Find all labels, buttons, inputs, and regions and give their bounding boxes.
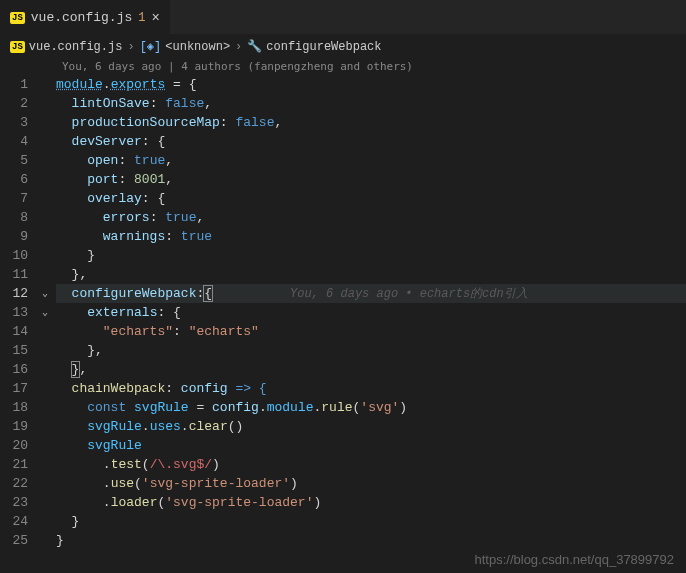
gutter: 1234567891011121314151617181920212223242…: [0, 75, 42, 550]
code-content[interactable]: module.exports = { lintOnSave: false, pr…: [56, 75, 686, 550]
breadcrumb-segment[interactable]: 🔧 configureWebpack: [247, 39, 381, 54]
close-icon[interactable]: ×: [151, 10, 159, 26]
active-line: configureWebpack:{ You, 6 days ago • ech…: [56, 284, 686, 303]
inline-blame: You, 6 days ago • echarts的cdn引入: [290, 287, 528, 301]
watermark: https://blog.csdn.net/qq_37899792: [475, 552, 675, 567]
breadcrumb-file[interactable]: JS vue.config.js: [10, 40, 122, 54]
js-icon: JS: [10, 12, 25, 24]
breadcrumb-label: <unknown>: [165, 40, 230, 54]
tab-name: vue.config.js: [31, 10, 132, 25]
tab-bar: JS vue.config.js 1 ×: [0, 0, 686, 35]
code-editor[interactable]: 1234567891011121314151617181920212223242…: [0, 75, 686, 550]
chevron-down-icon[interactable]: ⌄: [42, 284, 48, 303]
wrench-icon: 🔧: [247, 39, 262, 54]
tab-modified-indicator: 1: [138, 11, 145, 25]
breadcrumb-label: configureWebpack: [266, 40, 381, 54]
breadcrumb-file-label: vue.config.js: [29, 40, 123, 54]
chevron-down-icon[interactable]: ⌄: [42, 303, 48, 322]
breadcrumb-segment[interactable]: [◈] <unknown>: [140, 39, 230, 54]
breadcrumb: JS vue.config.js › [◈] <unknown> › 🔧 con…: [0, 35, 686, 58]
js-icon: JS: [10, 41, 25, 53]
codelens[interactable]: You, 6 days ago | 4 authors (fanpengzhen…: [0, 58, 686, 75]
file-tab[interactable]: JS vue.config.js 1 ×: [0, 0, 170, 34]
cube-icon: [◈]: [140, 39, 162, 54]
chevron-right-icon: ›: [127, 40, 134, 54]
chevron-right-icon: ›: [235, 40, 242, 54]
fold-column: ⌄ ⌄: [42, 75, 56, 550]
